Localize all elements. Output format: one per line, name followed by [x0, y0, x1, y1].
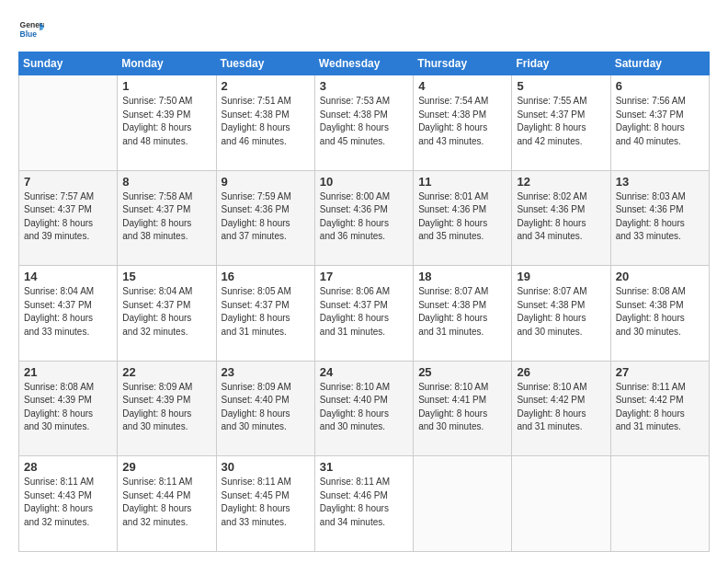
- weekday-header-monday: Monday: [118, 52, 216, 75]
- weekday-header-saturday: Saturday: [610, 52, 709, 75]
- weekday-header-friday: Friday: [512, 52, 610, 75]
- day-number: 16: [222, 270, 310, 283]
- calendar-cell: 26Sunrise: 8:10 AMSunset: 4:42 PMDayligh…: [512, 361, 610, 456]
- day-info: Sunrise: 8:11 AMSunset: 4:45 PMDaylight:…: [222, 476, 310, 529]
- day-info: Sunrise: 8:11 AMSunset: 4:46 PMDaylight:…: [320, 476, 408, 529]
- day-number: 21: [24, 365, 112, 379]
- calendar-cell: [19, 75, 118, 171]
- day-number: 3: [320, 79, 408, 93]
- calendar-cell: 17Sunrise: 8:06 AMSunset: 4:37 PMDayligh…: [314, 266, 413, 362]
- day-info: Sunrise: 8:09 AMSunset: 4:40 PMDaylight:…: [222, 381, 310, 434]
- day-number: 30: [222, 460, 310, 474]
- calendar-cell: 2Sunrise: 7:51 AMSunset: 4:38 PMDaylight…: [216, 75, 314, 171]
- calendar-week-1: 1Sunrise: 7:50 AMSunset: 4:39 PMDaylight…: [19, 75, 710, 171]
- logo-icon: General Blue: [18, 17, 44, 42]
- day-info: Sunrise: 7:57 AMSunset: 4:37 PMDaylight:…: [24, 190, 112, 244]
- calendar-cell: 23Sunrise: 8:09 AMSunset: 4:40 PMDayligh…: [216, 361, 314, 456]
- calendar-cell: 3Sunrise: 7:53 AMSunset: 4:38 PMDaylight…: [314, 75, 413, 171]
- day-info: Sunrise: 8:02 AMSunset: 4:36 PMDaylight:…: [517, 190, 605, 244]
- calendar-cell: 14Sunrise: 8:04 AMSunset: 4:37 PMDayligh…: [19, 266, 118, 362]
- weekday-header-sunday: Sunday: [19, 52, 118, 75]
- day-number: 29: [122, 460, 210, 474]
- calendar-cell: 12Sunrise: 8:02 AMSunset: 4:36 PMDayligh…: [512, 170, 610, 266]
- day-number: 23: [222, 365, 310, 379]
- day-number: 18: [418, 270, 506, 283]
- day-info: Sunrise: 8:11 AMSunset: 4:44 PMDaylight:…: [122, 476, 210, 529]
- day-info: Sunrise: 8:07 AMSunset: 4:38 PMDaylight:…: [517, 285, 605, 339]
- day-info: Sunrise: 8:04 AMSunset: 4:37 PMDaylight:…: [24, 285, 112, 339]
- calendar-cell: 4Sunrise: 7:54 AMSunset: 4:38 PMDaylight…: [414, 75, 512, 171]
- svg-text:Blue: Blue: [20, 29, 38, 39]
- calendar-cell: [610, 456, 709, 552]
- calendar-cell: 25Sunrise: 8:10 AMSunset: 4:41 PMDayligh…: [414, 361, 512, 456]
- calendar-cell: 24Sunrise: 8:10 AMSunset: 4:40 PMDayligh…: [314, 361, 413, 456]
- calendar-week-4: 21Sunrise: 8:08 AMSunset: 4:39 PMDayligh…: [19, 361, 710, 456]
- calendar-cell: [414, 456, 512, 552]
- calendar-cell: 8Sunrise: 7:58 AMSunset: 4:37 PMDaylight…: [118, 170, 216, 266]
- day-info: Sunrise: 8:11 AMSunset: 4:42 PMDaylight:…: [616, 381, 704, 434]
- header: General Blue: [18, 17, 710, 42]
- day-info: Sunrise: 7:55 AMSunset: 4:37 PMDaylight:…: [517, 95, 605, 148]
- calendar-cell: 21Sunrise: 8:08 AMSunset: 4:39 PMDayligh…: [19, 361, 118, 456]
- calendar-cell: 28Sunrise: 8:11 AMSunset: 4:43 PMDayligh…: [19, 456, 118, 552]
- day-number: 25: [418, 365, 506, 379]
- day-number: 28: [24, 460, 112, 474]
- calendar-cell: 6Sunrise: 7:56 AMSunset: 4:37 PMDaylight…: [610, 75, 709, 171]
- page: General Blue SundayMondayTuesdayWednesda…: [0, 0, 728, 563]
- calendar-cell: [512, 456, 610, 552]
- day-number: 13: [616, 175, 704, 189]
- day-number: 20: [616, 270, 704, 283]
- calendar-cell: 9Sunrise: 7:59 AMSunset: 4:36 PMDaylight…: [216, 170, 314, 266]
- logo: General Blue: [18, 17, 44, 42]
- weekday-header-thursday: Thursday: [414, 52, 512, 75]
- day-info: Sunrise: 8:06 AMSunset: 4:37 PMDaylight:…: [320, 285, 408, 339]
- day-info: Sunrise: 8:08 AMSunset: 4:39 PMDaylight:…: [24, 381, 112, 434]
- calendar-cell: 1Sunrise: 7:50 AMSunset: 4:39 PMDaylight…: [118, 75, 216, 171]
- weekday-header-row: SundayMondayTuesdayWednesdayThursdayFrid…: [19, 52, 710, 75]
- day-number: 4: [418, 79, 506, 93]
- calendar-table: SundayMondayTuesdayWednesdayThursdayFrid…: [18, 52, 710, 552]
- calendar-cell: 29Sunrise: 8:11 AMSunset: 4:44 PMDayligh…: [118, 456, 216, 552]
- day-info: Sunrise: 7:54 AMSunset: 4:38 PMDaylight:…: [418, 95, 506, 148]
- day-number: 31: [320, 460, 408, 474]
- day-number: 24: [320, 365, 408, 379]
- day-info: Sunrise: 8:07 AMSunset: 4:38 PMDaylight:…: [418, 285, 506, 339]
- day-number: 19: [517, 270, 605, 283]
- day-number: 9: [222, 175, 310, 189]
- calendar-cell: 20Sunrise: 8:08 AMSunset: 4:38 PMDayligh…: [610, 266, 709, 362]
- day-number: 15: [122, 270, 210, 283]
- calendar-cell: 13Sunrise: 8:03 AMSunset: 4:36 PMDayligh…: [610, 170, 709, 266]
- calendar-week-2: 7Sunrise: 7:57 AMSunset: 4:37 PMDaylight…: [19, 170, 710, 266]
- weekday-header-wednesday: Wednesday: [314, 52, 413, 75]
- day-info: Sunrise: 8:04 AMSunset: 4:37 PMDaylight:…: [122, 285, 210, 339]
- day-number: 26: [517, 365, 605, 379]
- calendar-cell: 16Sunrise: 8:05 AMSunset: 4:37 PMDayligh…: [216, 266, 314, 362]
- calendar-cell: 27Sunrise: 8:11 AMSunset: 4:42 PMDayligh…: [610, 361, 709, 456]
- day-number: 6: [616, 79, 704, 93]
- day-number: 14: [24, 270, 112, 283]
- day-info: Sunrise: 8:08 AMSunset: 4:38 PMDaylight:…: [616, 285, 704, 339]
- day-info: Sunrise: 8:05 AMSunset: 4:37 PMDaylight:…: [222, 285, 310, 339]
- calendar-cell: 15Sunrise: 8:04 AMSunset: 4:37 PMDayligh…: [118, 266, 216, 362]
- calendar-cell: 18Sunrise: 8:07 AMSunset: 4:38 PMDayligh…: [414, 266, 512, 362]
- day-number: 5: [517, 79, 605, 93]
- day-number: 12: [517, 175, 605, 189]
- calendar-cell: 11Sunrise: 8:01 AMSunset: 4:36 PMDayligh…: [414, 170, 512, 266]
- day-info: Sunrise: 8:10 AMSunset: 4:40 PMDaylight:…: [320, 381, 408, 434]
- day-info: Sunrise: 7:50 AMSunset: 4:39 PMDaylight:…: [122, 95, 210, 148]
- day-info: Sunrise: 7:53 AMSunset: 4:38 PMDaylight:…: [320, 95, 408, 148]
- calendar-cell: 5Sunrise: 7:55 AMSunset: 4:37 PMDaylight…: [512, 75, 610, 171]
- day-info: Sunrise: 8:03 AMSunset: 4:36 PMDaylight:…: [616, 190, 704, 244]
- calendar-cell: 19Sunrise: 8:07 AMSunset: 4:38 PMDayligh…: [512, 266, 610, 362]
- day-number: 11: [418, 175, 506, 189]
- day-info: Sunrise: 8:00 AMSunset: 4:36 PMDaylight:…: [320, 190, 408, 244]
- calendar-week-5: 28Sunrise: 8:11 AMSunset: 4:43 PMDayligh…: [19, 456, 710, 552]
- day-number: 2: [222, 79, 310, 93]
- day-number: 8: [122, 175, 210, 189]
- calendar-cell: 30Sunrise: 8:11 AMSunset: 4:45 PMDayligh…: [216, 456, 314, 552]
- calendar-cell: 10Sunrise: 8:00 AMSunset: 4:36 PMDayligh…: [314, 170, 413, 266]
- day-info: Sunrise: 8:09 AMSunset: 4:39 PMDaylight:…: [122, 381, 210, 434]
- day-info: Sunrise: 7:58 AMSunset: 4:37 PMDaylight:…: [122, 190, 210, 244]
- day-number: 10: [320, 175, 408, 189]
- day-number: 1: [122, 79, 210, 93]
